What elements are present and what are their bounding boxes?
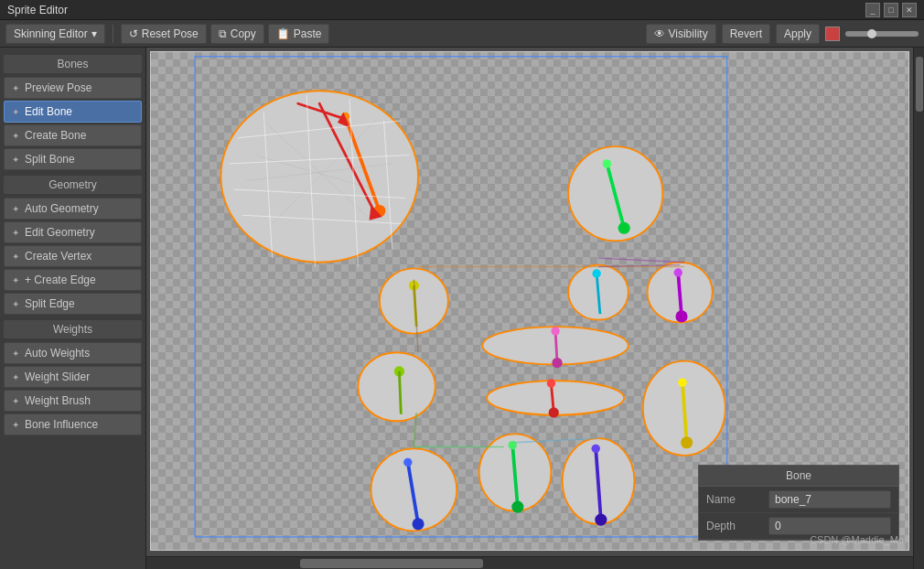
copy-button[interactable]: ⧉ Copy: [210, 24, 264, 44]
bone-depth-value[interactable]: 0: [768, 517, 891, 535]
split-edge-icon: ✦: [12, 299, 19, 309]
create-vertex-button[interactable]: ✦ Create Vertex: [4, 245, 142, 267]
apply-button[interactable]: Apply: [776, 24, 820, 44]
weight-brush-button[interactable]: ✦ Weight Brush: [4, 390, 142, 412]
toolbar-separator-1: [113, 25, 113, 43]
copy-label: Copy: [231, 27, 256, 40]
preview-pose-label: Preview Pose: [25, 81, 91, 94]
svg-point-64: [595, 514, 607, 526]
split-edge-button[interactable]: ✦ Split Edge: [4, 293, 142, 315]
create-edge-label: + Create Edge: [25, 274, 96, 286]
title-bar: Sprite Editor _ □ ✕: [0, 0, 924, 20]
svg-point-60: [511, 501, 523, 513]
svg-point-30: [592, 269, 600, 277]
paste-label: Paste: [294, 27, 322, 40]
svg-line-39: [399, 371, 401, 414]
split-bone-icon: ✦: [12, 155, 19, 165]
weight-slider-icon: ✦: [12, 372, 19, 382]
edit-bone-button[interactable]: ✦ Edit Bone: [4, 101, 142, 123]
toolbar-right-section: 👁 Visibility Revert Apply: [646, 24, 919, 44]
edit-bone-label: Edit Bone: [25, 105, 72, 118]
horizontal-scrollbar[interactable]: [146, 556, 913, 569]
create-bone-button[interactable]: ✦ Create Bone: [4, 124, 142, 146]
bone-depth-label: Depth: [706, 520, 761, 532]
left-panel: Bones ✦ Preview Pose ✦ Edit Bone ✦ Creat…: [0, 48, 146, 569]
window-controls: _ □ ✕: [865, 3, 917, 17]
revert-button[interactable]: Revert: [722, 24, 770, 44]
paste-icon: 📋: [276, 27, 290, 40]
svg-point-24: [618, 222, 630, 234]
create-vertex-icon: ✦: [12, 252, 19, 262]
svg-point-63: [592, 445, 600, 453]
edit-bone-icon: ✦: [12, 107, 19, 117]
bones-section-header: Bones: [4, 55, 142, 73]
bone-panel-header: Bone: [699, 466, 898, 487]
create-edge-icon: ✦: [12, 275, 19, 285]
weight-brush-icon: ✦: [12, 396, 19, 406]
auto-geometry-button[interactable]: ✦ Auto Geometry: [4, 198, 142, 220]
reset-pose-label: Reset Pose: [142, 27, 199, 40]
svg-point-42: [551, 327, 559, 335]
apply-label: Apply: [784, 27, 811, 40]
visibility-label: Visibility: [669, 27, 708, 40]
svg-point-46: [547, 379, 555, 387]
edit-geometry-label: Edit Geometry: [25, 226, 95, 239]
svg-point-47: [549, 407, 559, 417]
minimize-button[interactable]: _: [865, 3, 880, 17]
skinning-editor-dropdown[interactable]: Skinning Editor ▾: [5, 24, 105, 44]
eye-icon: 👁: [654, 27, 665, 40]
canvas-viewport[interactable]: Bone Name bone_7 Depth 0 CSDN @Maddie_Mo: [150, 51, 909, 551]
weights-section-header: Weights: [4, 320, 142, 338]
create-bone-icon: ✦: [12, 131, 19, 141]
copy-icon: ⧉: [219, 27, 227, 40]
opacity-slider-container: [845, 31, 919, 37]
reset-pose-button[interactable]: ↺ Reset Pose: [121, 24, 207, 44]
bone-name-value[interactable]: bone_7: [768, 490, 891, 509]
svg-point-23: [603, 159, 611, 167]
window-title: Sprite Editor: [7, 4, 68, 16]
svg-point-51: [681, 436, 693, 448]
edit-geometry-icon: ✦: [12, 228, 19, 238]
visibility-button[interactable]: 👁 Visibility: [646, 24, 716, 44]
opacity-slider[interactable]: [845, 31, 919, 37]
paste-button[interactable]: 📋 Paste: [268, 24, 330, 44]
create-edge-button[interactable]: ✦ + Create Edge: [4, 269, 142, 291]
color-swatch[interactable]: [825, 27, 840, 41]
svg-line-36: [598, 258, 684, 263]
revert-label: Revert: [730, 27, 762, 40]
auto-geometry-label: Auto Geometry: [25, 202, 99, 215]
main-toolbar: Skinning Editor ▾ ↺ Reset Pose ⧉ Copy 📋 …: [0, 20, 924, 48]
maximize-button[interactable]: □: [884, 3, 898, 17]
svg-point-54: [403, 458, 412, 467]
bone-influence-button[interactable]: ✦ Bone Influence: [4, 413, 142, 435]
create-vertex-label: Create Vertex: [25, 250, 91, 263]
bone-info-panel: Bone Name bone_7 Depth 0: [698, 465, 899, 541]
svg-point-34: [675, 310, 687, 322]
h-scrollbar-thumb[interactable]: [300, 559, 483, 568]
dropdown-arrow-icon: ▾: [91, 27, 97, 40]
edit-geometry-button[interactable]: ✦ Edit Geometry: [4, 221, 142, 243]
weight-slider-label: Weight Slider: [25, 370, 90, 383]
svg-point-55: [413, 518, 424, 530]
canvas-wrapper: Bone Name bone_7 Depth 0 CSDN @Maddie_Mo: [146, 48, 913, 569]
close-button[interactable]: ✕: [902, 3, 917, 17]
auto-weights-button[interactable]: ✦ Auto Weights: [4, 342, 142, 364]
canvas-area[interactable]: Bone Name bone_7 Depth 0 CSDN @Maddie_Mo: [146, 48, 924, 569]
skinning-editor-label: Skinning Editor: [14, 27, 88, 40]
weight-brush-label: Weight Brush: [25, 394, 91, 407]
create-bone-label: Create Bone: [25, 129, 86, 142]
auto-geometry-icon: ✦: [12, 204, 19, 214]
split-bone-button[interactable]: ✦ Split Bone: [4, 148, 142, 170]
vertical-scrollbar[interactable]: [913, 48, 924, 569]
preview-pose-icon: ✦: [12, 83, 19, 93]
watermark: CSDN @Maddie_Mo: [810, 534, 904, 545]
svg-point-50: [678, 378, 686, 386]
bone-influence-label: Bone Influence: [25, 418, 98, 431]
v-scrollbar-thumb[interactable]: [916, 57, 923, 112]
svg-point-43: [552, 358, 562, 368]
preview-pose-button[interactable]: ✦ Preview Pose: [4, 77, 142, 99]
reset-pose-icon: ↺: [129, 27, 138, 40]
weight-slider-button[interactable]: ✦ Weight Slider: [4, 366, 142, 388]
auto-weights-icon: ✦: [12, 349, 19, 359]
svg-point-33: [674, 268, 682, 276]
